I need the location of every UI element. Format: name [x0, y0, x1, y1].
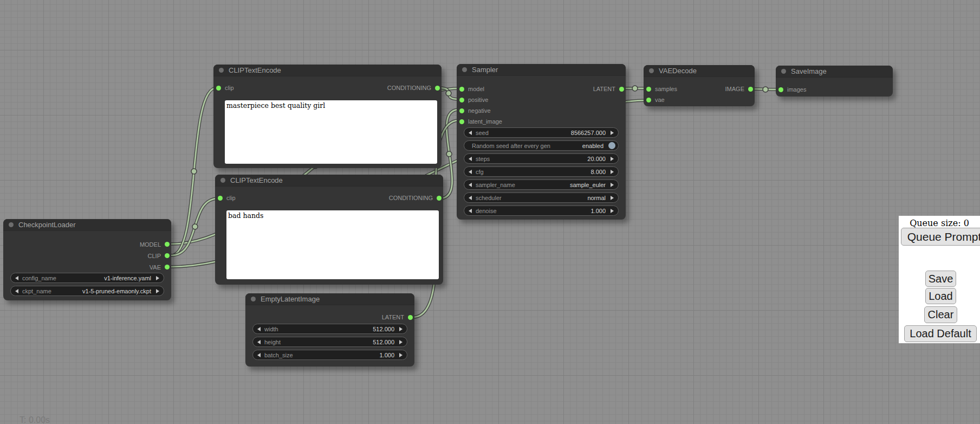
widget-label: sampler_name	[476, 182, 515, 188]
input-slot-vae-dot[interactable]	[646, 98, 651, 102]
width-widget[interactable]: width 512.000	[252, 324, 407, 334]
node-title-bar[interactable]: EmptyLatentImage	[245, 293, 414, 305]
collapse-dot-icon[interactable]	[9, 222, 14, 227]
decrement-arrow-icon[interactable]	[469, 196, 472, 200]
height-widget[interactable]: height 512.000	[252, 337, 407, 347]
increment-arrow-icon[interactable]	[611, 183, 614, 187]
increment-arrow-icon[interactable]	[611, 209, 614, 213]
prompt-textarea[interactable]: masterpiece best quality girl	[225, 100, 437, 164]
input-slot-samples-dot[interactable]	[646, 87, 651, 92]
node-title-bar[interactable]: SaveImage	[776, 66, 893, 78]
output-label-latent: LATENT	[382, 314, 404, 320]
output-slot-model-dot[interactable]	[165, 242, 170, 247]
node-clip-text-encode-negative[interactable]: CLIPTextEncode clip CONDITIONING bad han…	[215, 175, 443, 285]
collapse-dot-icon[interactable]	[251, 297, 256, 301]
output-slot-latent-dot[interactable]	[619, 87, 624, 92]
increment-arrow-icon[interactable]	[399, 340, 403, 344]
toggle-on-icon[interactable]	[608, 142, 615, 149]
node-checkpoint-loader[interactable]: CheckpointLoader MODEL CLIP VAE config_n…	[3, 219, 171, 300]
queue-prompt-button[interactable]: Queue Prompt	[901, 228, 980, 246]
node-title-bar[interactable]: CheckpointLoader	[3, 219, 171, 231]
denoise-widget[interactable]: denoise 1.000	[464, 205, 619, 216]
widget-value: v1-inference.yaml	[104, 275, 151, 281]
clear-button[interactable]: Clear	[924, 306, 957, 323]
widget-value: 1.000	[590, 208, 606, 214]
input-label-clip: clip	[225, 85, 234, 91]
increment-arrow-icon[interactable]	[611, 196, 614, 200]
collapse-dot-icon[interactable]	[649, 68, 654, 73]
save-button[interactable]: Save	[925, 271, 956, 287]
increment-arrow-icon[interactable]	[399, 327, 403, 331]
collapse-dot-icon[interactable]	[220, 178, 225, 183]
node-title-bar[interactable]: Sampler	[457, 64, 626, 76]
decrement-arrow-icon[interactable]	[469, 157, 472, 161]
random-seed-toggle-widget[interactable]: Random seed after every gen enabled	[464, 140, 619, 151]
link-midpoint-dot	[763, 87, 768, 92]
output-label-clip: CLIP	[148, 253, 161, 259]
widget-label: batch_size	[264, 352, 293, 358]
increment-arrow-icon[interactable]	[156, 276, 159, 280]
increment-arrow-icon[interactable]	[399, 353, 403, 357]
node-title: VAEDecode	[659, 67, 697, 75]
node-empty-latent-image[interactable]: EmptyLatentImage LATENT width 512.000 he…	[245, 293, 414, 367]
increment-arrow-icon[interactable]	[156, 289, 159, 293]
slot-row: latent_image	[457, 116, 626, 127]
widget-value: 512.000	[373, 339, 394, 345]
increment-arrow-icon[interactable]	[611, 131, 614, 135]
output-label-latent: LATENT	[593, 86, 615, 92]
node-title: CLIPTextEncode	[229, 66, 281, 74]
slot-row: vae	[644, 94, 755, 105]
node-vae-decode[interactable]: VAEDecode samples IMAGE vae	[644, 65, 755, 106]
decrement-arrow-icon[interactable]	[15, 276, 18, 280]
increment-arrow-icon[interactable]	[611, 157, 614, 161]
output-slot-conditioning-dot[interactable]	[437, 196, 442, 201]
input-slot-clip-dot[interactable]	[218, 196, 223, 201]
slot-row: LATENT	[245, 312, 414, 323]
sampler-name-widget[interactable]: sampler_name sample_euler	[464, 179, 619, 190]
collapse-dot-icon[interactable]	[462, 67, 467, 72]
decrement-arrow-icon[interactable]	[469, 131, 472, 135]
config-name-widget[interactable]: config_name v1-inference.yaml	[10, 273, 164, 283]
decrement-arrow-icon[interactable]	[469, 209, 472, 213]
increment-arrow-icon[interactable]	[611, 170, 614, 174]
output-slot-latent-dot[interactable]	[408, 315, 413, 320]
input-slot-positive-dot[interactable]	[459, 98, 464, 102]
node-title-bar[interactable]: VAEDecode	[644, 65, 755, 77]
output-slot-clip-dot[interactable]	[165, 253, 170, 258]
output-slot-conditioning-dot[interactable]	[435, 86, 440, 91]
scheduler-widget[interactable]: scheduler normal	[464, 192, 619, 203]
node-sampler[interactable]: Sampler model LATENT positive negative l…	[457, 64, 626, 220]
load-default-button[interactable]: Load Default	[904, 325, 977, 342]
decrement-arrow-icon[interactable]	[257, 327, 261, 331]
node-save-image[interactable]: SaveImage images	[776, 66, 893, 97]
decrement-arrow-icon[interactable]	[469, 183, 472, 187]
collapse-dot-icon[interactable]	[781, 69, 786, 74]
input-slot-negative-dot[interactable]	[459, 108, 464, 113]
output-slot-vae-dot[interactable]	[165, 265, 170, 269]
widget-label: scheduler	[476, 195, 502, 201]
input-slot-images-dot[interactable]	[778, 87, 783, 92]
cfg-widget[interactable]: cfg 8.000	[464, 166, 619, 177]
decrement-arrow-icon[interactable]	[257, 340, 261, 344]
input-slot-clip-dot[interactable]	[216, 86, 221, 91]
collapse-dot-icon[interactable]	[219, 68, 224, 73]
node-title-bar[interactable]: CLIPTextEncode	[215, 175, 443, 187]
seed-widget[interactable]: seed 8566257.000	[464, 127, 619, 138]
input-slot-model-dot[interactable]	[459, 87, 464, 92]
node-title-bar[interactable]: CLIPTextEncode	[213, 65, 442, 76]
node-clip-text-encode-positive[interactable]: CLIPTextEncode clip CONDITIONING masterp…	[213, 65, 442, 168]
widget-label: cfg	[476, 169, 484, 175]
batch-size-widget[interactable]: batch_size 1.000	[252, 350, 407, 360]
decrement-arrow-icon[interactable]	[257, 353, 261, 357]
decrement-arrow-icon[interactable]	[469, 170, 472, 174]
output-label-conditioning: CONDITIONING	[387, 85, 431, 91]
ckpt-name-widget[interactable]: ckpt_name v1-5-pruned-emaonly.ckpt	[10, 286, 164, 296]
decrement-arrow-icon[interactable]	[15, 289, 18, 293]
prompt-textarea[interactable]: bad hands	[226, 210, 439, 279]
load-button[interactable]: Load	[925, 288, 956, 304]
output-slot-image-dot[interactable]	[748, 87, 753, 92]
widget-value: 512.000	[373, 326, 394, 332]
input-slot-latent-image-dot[interactable]	[459, 119, 464, 124]
steps-widget[interactable]: steps 20.000	[464, 153, 619, 164]
widget-value: 8.000	[590, 169, 606, 175]
